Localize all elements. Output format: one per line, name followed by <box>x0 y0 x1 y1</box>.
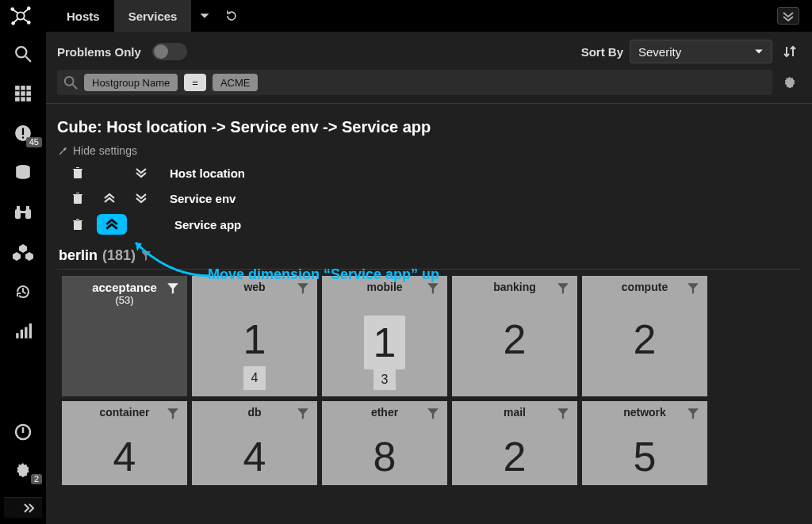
sortby-group: Sort By Severity <box>581 40 801 63</box>
tile-db[interactable]: db 4 <box>192 401 317 485</box>
dimension-up-icon-highlighted[interactable] <box>97 214 127 235</box>
filter-row: Hostgroup Name = ACME <box>46 70 812 103</box>
hide-settings-link[interactable]: Hide settings <box>57 144 801 157</box>
sidebar-binoculars-icon[interactable] <box>9 201 37 224</box>
tile-label: container <box>99 406 149 419</box>
tile-value: 1 <box>364 316 406 369</box>
tile-compute[interactable]: compute 2 <box>582 276 707 396</box>
tile-acceptance[interactable]: acceptance (53) <box>62 276 187 396</box>
funnel-icon[interactable] <box>687 282 699 295</box>
settings-badge: 2 <box>31 474 42 484</box>
tab-hosts[interactable]: Hosts <box>52 0 114 32</box>
tile-network[interactable]: network 5 <box>582 401 707 485</box>
dimension-delete-icon[interactable] <box>65 189 90 208</box>
sidebar-history-icon[interactable] <box>9 281 37 303</box>
funnel-icon[interactable] <box>167 407 179 420</box>
sidebar-settings-icon[interactable]: 2 <box>9 459 37 481</box>
tile-value: 1 <box>243 316 266 363</box>
svg-rect-17 <box>15 97 20 101</box>
funnel-icon[interactable] <box>557 407 569 420</box>
svg-rect-19 <box>26 97 31 101</box>
svg-rect-13 <box>26 86 31 90</box>
funnel-icon[interactable] <box>297 282 309 295</box>
sidebar-cubes-icon[interactable] <box>9 241 37 263</box>
tile-label: web <box>243 281 265 293</box>
group-count: (181) <box>102 247 136 264</box>
funnel-icon[interactable] <box>297 407 309 420</box>
tile-label: mail <box>504 406 526 419</box>
group-name: berlin <box>59 247 98 264</box>
group-divider <box>57 269 801 270</box>
group-heading: berlin (181) <box>59 247 801 264</box>
tile-mail[interactable]: mail 2 <box>452 401 577 485</box>
tile-subvalue: 4 <box>243 366 266 390</box>
svg-line-8 <box>24 19 29 22</box>
tile-value: 4 <box>113 433 136 480</box>
top-header: Hosts Services <box>0 0 812 32</box>
tab-dropdown-icon[interactable] <box>191 0 218 32</box>
sidebar-search-icon[interactable] <box>9 43 37 65</box>
filter-chip-value[interactable]: ACME <box>213 74 259 91</box>
tile-value: 2 <box>504 316 527 363</box>
dimension-down-icon[interactable] <box>128 189 154 208</box>
tile-container[interactable]: container 4 <box>62 401 187 485</box>
svg-rect-14 <box>15 91 20 96</box>
top-tabs: Hosts Services <box>52 0 191 32</box>
svg-line-10 <box>25 56 31 62</box>
tile-web[interactable]: web 1 4 <box>192 276 317 396</box>
svg-rect-18 <box>21 97 25 101</box>
sidebar-grid-icon[interactable] <box>9 82 37 105</box>
dimension-up-icon[interactable] <box>97 189 122 208</box>
dimension-delete-icon[interactable] <box>65 163 90 182</box>
funnel-icon[interactable] <box>427 282 439 295</box>
wrench-icon <box>57 145 68 156</box>
filter-chip-operator[interactable]: = <box>184 74 206 91</box>
tile-value: 4 <box>243 433 266 480</box>
content-area: Cube: Host location -> Service env -> Se… <box>46 118 812 496</box>
refresh-icon[interactable] <box>218 0 245 32</box>
tile-label: compute <box>622 281 668 293</box>
tile-value: 8 <box>373 433 396 480</box>
hide-settings-label: Hide settings <box>73 144 137 157</box>
sidebar-power-icon[interactable] <box>9 421 37 443</box>
problems-only-toggle[interactable] <box>152 43 187 60</box>
tile-banking[interactable]: banking 2 <box>452 276 577 396</box>
svg-rect-26 <box>21 211 25 213</box>
tab-services[interactable]: Services <box>114 0 192 32</box>
sortby-select[interactable]: Severity <box>630 40 772 63</box>
tile-ether[interactable]: ether 8 <box>322 401 447 485</box>
svg-rect-11 <box>15 86 20 90</box>
funnel-icon[interactable] <box>167 282 179 295</box>
funnel-icon[interactable] <box>557 282 569 295</box>
sort-direction-icon[interactable] <box>779 40 801 63</box>
dimension-down-icon[interactable] <box>128 163 154 182</box>
svg-line-37 <box>73 85 77 89</box>
dimension-label-2: Service app <box>174 218 241 231</box>
problems-only-label: Problems Only <box>57 45 141 59</box>
svg-rect-29 <box>16 333 18 338</box>
filter-bar[interactable]: Hostgroup Name = ACME <box>57 70 772 95</box>
sidebar-expand-toggle[interactable] <box>4 497 42 518</box>
sidebar-problems-icon[interactable]: 45 <box>9 122 37 144</box>
svg-line-6 <box>24 10 29 13</box>
tile-mobile[interactable]: mobile 1 3 <box>322 276 447 396</box>
left-sidebar: 45 2 <box>0 32 46 524</box>
funnel-icon[interactable] <box>427 407 439 420</box>
filter-chip-field[interactable]: Hostgroup Name <box>84 74 178 91</box>
sidebar-database-icon[interactable] <box>9 162 37 184</box>
svg-point-0 <box>17 12 24 19</box>
funnel-icon[interactable] <box>687 407 699 420</box>
funnel-icon[interactable] <box>140 251 151 262</box>
dimension-delete-icon[interactable] <box>65 215 90 234</box>
filter-settings-icon[interactable] <box>779 71 801 94</box>
svg-rect-16 <box>26 91 31 96</box>
svg-rect-27 <box>17 206 20 210</box>
dimension-label-0: Host location <box>170 166 245 180</box>
sidebar-reporting-icon[interactable] <box>9 320 37 342</box>
panel-collapse-toggle[interactable] <box>777 7 799 25</box>
dimension-row-1: Service env <box>65 189 801 208</box>
dimension-label-1: Service env <box>170 192 236 205</box>
tile-label: banking <box>493 281 536 293</box>
dimension-row-2: x Service app <box>65 214 801 235</box>
svg-rect-25 <box>25 209 31 219</box>
